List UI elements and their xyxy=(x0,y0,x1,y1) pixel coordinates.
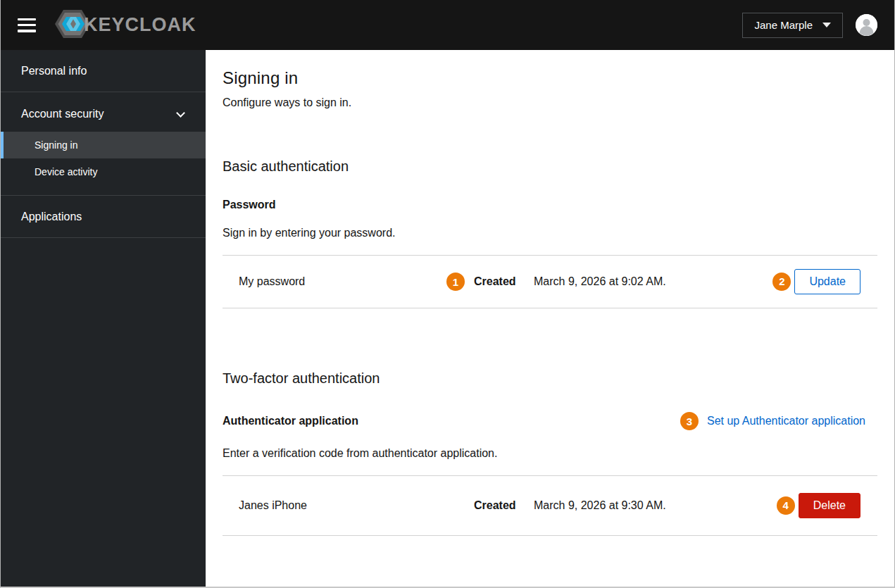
password-title: Password xyxy=(223,199,877,211)
user-name: Jane Marple xyxy=(754,19,813,31)
basic-authentication-section: Basic authentication Password Sign in by… xyxy=(223,158,877,308)
keycloak-account-window: KEYCLOAK Jane Marple Personal info xyxy=(0,0,895,588)
two-factor-authentication-section: Two-factor authentication Authenticator … xyxy=(223,370,877,536)
page-subtitle: Configure ways to sign in. xyxy=(223,96,877,109)
masthead-right: Jane Marple xyxy=(742,13,877,38)
created-value: March 9, 2026 at 9:02 AM. xyxy=(534,275,771,288)
account-security-subnav: Signing in Device activity xyxy=(1,132,206,196)
annotation-badge-1: 1 xyxy=(445,271,466,292)
chevron-down-icon xyxy=(176,108,185,118)
two-factor-heading: Two-factor authentication xyxy=(223,370,877,387)
credential-name: My password xyxy=(239,275,445,288)
masthead: KEYCLOAK Jane Marple xyxy=(1,0,894,50)
sidebar-item-label: Device activity xyxy=(35,166,97,177)
authenticator-application-title: Authenticator application xyxy=(223,415,358,427)
authenticator-credential-row: Janes iPhone Created March 9, 2026 at 9:… xyxy=(223,475,877,536)
sidebar-item-label: Signing in xyxy=(35,139,78,151)
main-content: Signing in Configure ways to sign in. Ba… xyxy=(206,50,894,587)
sidebar-item-device-activity[interactable]: Device activity xyxy=(1,158,206,185)
sidebar-nav: Personal info Account security Signing i… xyxy=(1,50,206,587)
page-title: Signing in xyxy=(223,68,877,88)
sidebar-item-applications[interactable]: Applications xyxy=(1,196,206,238)
user-avatar-icon[interactable] xyxy=(856,14,877,36)
sidebar-item-label: Applications xyxy=(21,211,82,223)
created-value: March 9, 2026 at 9:30 AM. xyxy=(534,499,775,512)
keycloak-logo[interactable]: KEYCLOAK xyxy=(54,7,196,44)
sidebar-item-label: Account security xyxy=(21,108,104,120)
credential-actions: 4 Delete xyxy=(775,493,860,519)
brand-text: KEYCLOAK xyxy=(84,14,196,36)
setup-authenticator-link[interactable]: Set up Authenticator application xyxy=(707,415,865,427)
chevron-down-icon xyxy=(822,23,831,27)
annotation-badge-4: 4 xyxy=(775,495,796,516)
password-credential-row: My password 1 Created March 9, 2026 at 9… xyxy=(223,255,877,308)
credential-actions: 2 Update xyxy=(771,269,860,295)
authenticator-description: Enter a verification code from authentic… xyxy=(223,447,877,460)
created-label: Created xyxy=(474,499,534,512)
password-description: Sign in by entering your password. xyxy=(223,227,877,239)
sidebar-item-signing-in[interactable]: Signing in xyxy=(1,132,206,158)
annotation-badge-3: 3 xyxy=(679,411,700,432)
delete-button[interactable]: Delete xyxy=(799,493,860,519)
basic-authentication-heading: Basic authentication xyxy=(223,158,877,175)
user-menu-dropdown[interactable]: Jane Marple xyxy=(742,13,843,38)
sidebar-item-personal-info[interactable]: Personal info xyxy=(1,50,206,92)
update-button[interactable]: Update xyxy=(794,269,860,295)
authenticator-application-header-row: Authenticator application 3 Set up Authe… xyxy=(223,411,877,432)
sidebar-item-account-security[interactable]: Account security xyxy=(1,92,206,132)
created-label: Created xyxy=(474,275,534,288)
credential-name: Janes iPhone xyxy=(239,499,445,512)
annotation-badge-2: 2 xyxy=(771,271,792,292)
setup-authenticator-group: 3 Set up Authenticator application xyxy=(679,411,865,432)
sidebar-item-label: Personal info xyxy=(21,65,87,77)
menu-icon[interactable] xyxy=(18,18,36,32)
